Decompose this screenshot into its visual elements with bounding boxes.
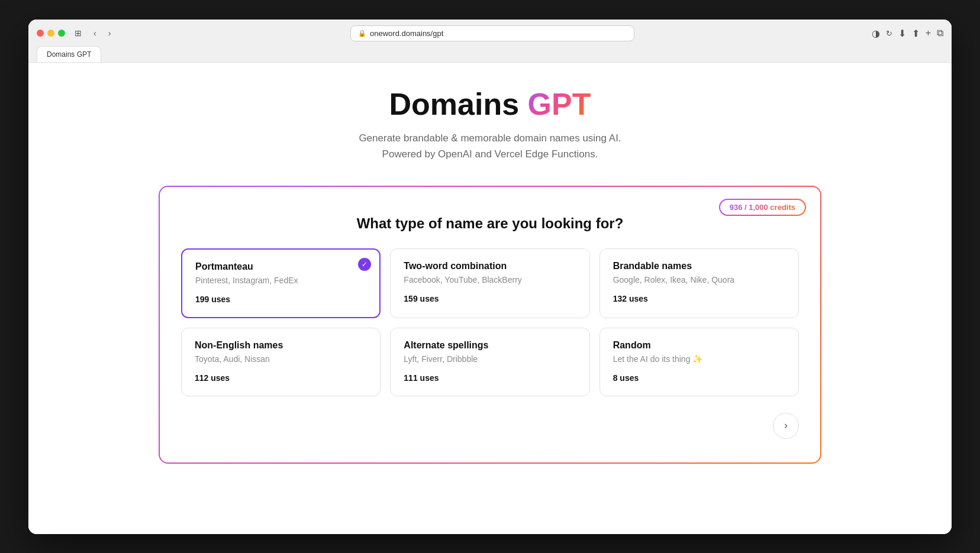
address-bar-row: 🔒 oneword.domains/gpt [120,25,864,41]
card-desc-two-word: Facebook, YouTube, BlackBerry [404,275,576,284]
card-uses-portmanteau: 199 uses [195,295,366,304]
page-title: Domains GPT [64,86,916,122]
name-type-card-brandable[interactable]: Brandable names Google, Rolex, Ikea, Nik… [599,248,799,318]
theme-toggle-icon[interactable]: ◑ [872,28,880,39]
title-plain: Domains [389,87,528,121]
card-uses-two-word: 159 uses [404,294,576,303]
card-desc-alternate: Lyft, Fiverr, Dribbble [404,354,576,364]
browser-chrome: ⊞ ‹ › 🔒 oneword.domains/gpt ◑ ↻ ⬇ ⬆ + ⧉ … [28,20,952,63]
new-tab-icon[interactable]: + [926,28,931,38]
back-button[interactable]: ‹ [91,27,99,39]
card-title-random: Random [613,340,785,351]
tab-label: Domains GPT [47,50,91,59]
card-title-two-word: Two-word combination [404,261,576,271]
name-type-card-portmanteau[interactable]: ✓ Portmanteau Pinterest, Instagram, FedE… [181,248,381,318]
card-uses-alternate: 111 uses [404,373,576,383]
next-button[interactable]: › [773,413,799,439]
credits-badge: 936 / 1,000 credits [720,200,805,215]
main-card: 936 / 1,000 credits What type of name ar… [160,187,820,463]
title-gradient: GPT [528,87,591,121]
name-type-card-alternate[interactable]: Alternate spellings Lyft, Fiverr, Dribbb… [390,328,589,396]
refresh-icon[interactable]: ↻ [886,29,892,38]
traffic-light-minimize[interactable] [47,30,54,37]
selected-check-icon: ✓ [358,258,371,271]
card-title-alternate: Alternate spellings [404,340,576,351]
section-question: What type of name are you looking for? [181,215,799,232]
page-subtitle-line1: Generate brandable & memorable domain na… [64,130,916,146]
credits-text: 936 / 1,000 credits [730,203,795,212]
sidebar-toggle-button[interactable]: ⊞ [72,27,84,39]
name-type-grid: ✓ Portmanteau Pinterest, Instagram, FedE… [181,248,799,396]
credits-badge-wrapper: 936 / 1,000 credits [719,199,806,216]
page-subtitle-line2: Powered by OpenAI and Vercel Edge Functi… [64,146,916,162]
card-desc-portmanteau: Pinterest, Instagram, FedEx [195,276,366,285]
main-card-wrapper: 936 / 1,000 credits What type of name ar… [159,186,821,464]
card-title-portmanteau: Portmanteau [195,261,366,272]
name-type-card-two-word[interactable]: Two-word combination Facebook, YouTube, … [390,248,589,318]
next-btn-wrapper: › [181,413,799,439]
url-text: oneword.domains/gpt [370,29,443,38]
forward-button[interactable]: › [106,27,114,39]
card-uses-non-english: 112 uses [195,373,367,383]
address-bar[interactable]: 🔒 oneword.domains/gpt [350,25,634,41]
traffic-light-close[interactable] [37,30,44,37]
download-icon[interactable]: ⬇ [898,28,906,39]
card-title-non-english: Non-English names [195,340,367,351]
card-desc-random: Let the AI do its thing ✨ [613,354,785,364]
traffic-lights [37,30,65,37]
page-header: Domains GPT Generate brandable & memorab… [64,86,916,162]
name-type-card-non-english[interactable]: Non-English names Toyota, Audi, Nissan 1… [181,328,381,396]
browser-toolbar-right: ◑ ↻ ⬇ ⬆ + ⧉ [872,28,943,39]
active-tab[interactable]: Domains GPT [37,46,101,62]
name-type-card-random[interactable]: Random Let the AI do its thing ✨ 8 uses [599,328,799,396]
card-desc-brandable: Google, Rolex, Ikea, Nike, Quora [613,275,785,284]
card-title-brandable: Brandable names [613,261,785,271]
tab-bar: Domains GPT [37,46,943,62]
traffic-light-fullscreen[interactable] [58,30,65,37]
page-content: Domains GPT Generate brandable & memorab… [28,63,952,534]
tabs-overview-icon[interactable]: ⧉ [937,28,943,38]
browser-window: ⊞ ‹ › 🔒 oneword.domains/gpt ◑ ↻ ⬇ ⬆ + ⧉ … [28,20,952,534]
card-uses-brandable: 132 uses [613,294,785,303]
card-desc-non-english: Toyota, Audi, Nissan [195,354,367,364]
share-icon[interactable]: ⬆ [912,28,920,39]
lock-icon: 🔒 [358,30,366,37]
card-uses-random: 8 uses [613,373,785,383]
